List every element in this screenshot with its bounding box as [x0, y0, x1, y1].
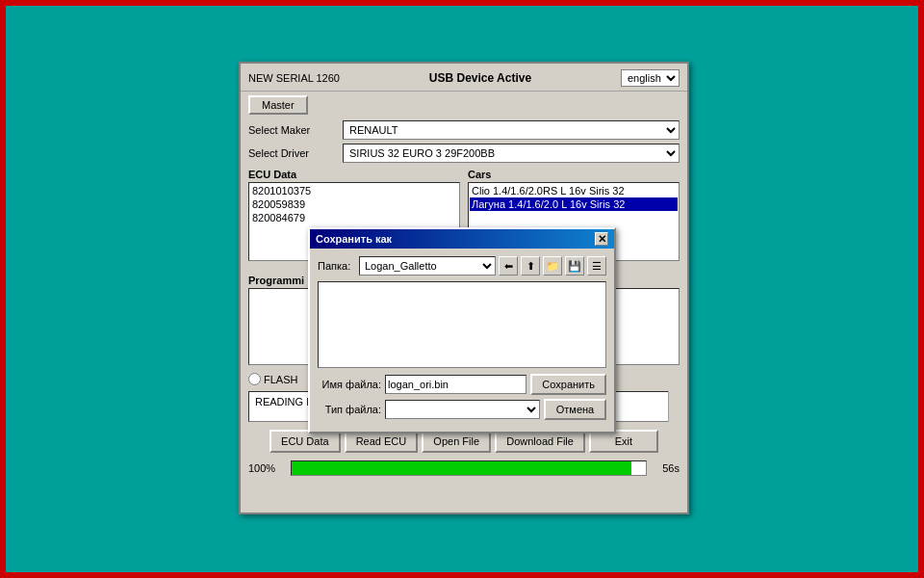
cancel-button[interactable]: Отмена — [544, 399, 606, 420]
master-row: Master — [241, 92, 687, 118]
serial-label: NEW SERIAL 1260 — [248, 72, 340, 84]
select-driver-row: Select Driver SIRIUS 32 EURO 3 29F200BB — [241, 142, 687, 165]
dialog-body: Папка: Logan_Galletto ⬅ ⬆ 📁 💾 ☰ Имя файл… — [310, 249, 614, 432]
main-window: NEW SERIAL 1260 USB Device Active englis… — [239, 62, 689, 514]
folder-select[interactable]: Logan_Galletto — [359, 256, 496, 276]
ecu-data-title: ECU Data — [248, 169, 460, 180]
new-folder-icon[interactable]: 📁 — [543, 256, 562, 276]
list-item[interactable]: Лагуна 1.4/1.6/2.0 L 16v Siris 32 — [470, 197, 678, 211]
dialog-close-button[interactable]: ✕ — [595, 232, 608, 246]
list-item[interactable]: 820084679 — [250, 211, 458, 224]
filetype-row: Тип файла: Отмена — [318, 399, 606, 420]
save-dialog: Сохранить как ✕ Папка: Logan_Galletto ⬅ … — [308, 227, 616, 434]
filetype-select[interactable] — [385, 400, 540, 419]
language-dropdown[interactable]: english — [621, 69, 680, 87]
dialog-title: Сохранить как — [316, 233, 392, 245]
title-bar: NEW SERIAL 1260 USB Device Active englis… — [241, 64, 687, 92]
status-scrollbar[interactable] — [668, 391, 680, 422]
filetype-label: Тип файла: — [318, 404, 381, 415]
save-icon[interactable]: 💾 — [565, 256, 584, 276]
view-menu-icon[interactable]: ☰ — [587, 256, 606, 276]
list-item[interactable]: 820059839 — [250, 197, 458, 211]
select-maker-row: Select Maker RENAULT — [241, 118, 687, 142]
master-button[interactable]: Master — [248, 95, 308, 115]
list-item[interactable]: 8201010375 — [250, 184, 458, 197]
filename-label: Имя файла: — [318, 379, 381, 390]
progress-bar-fill — [292, 461, 631, 475]
filename-row: Имя файла: Сохранить — [318, 374, 606, 395]
usb-status-label: USB Device Active — [429, 71, 531, 85]
progress-percent: 100% — [248, 462, 285, 474]
select-maker-label: Select Maker — [248, 124, 335, 136]
folder-label: Папка: — [318, 260, 356, 272]
progress-time: 56s — [653, 462, 680, 474]
maker-dropdown[interactable]: RENAULT — [343, 120, 680, 140]
cars-title: Cars — [468, 169, 680, 180]
dialog-titlebar: Сохранить как ✕ — [310, 229, 614, 249]
filename-input[interactable] — [385, 375, 526, 394]
progress-row: 100% 56s — [241, 459, 687, 482]
flash-radio[interactable]: FLASH — [248, 373, 297, 385]
dialog-file-area — [318, 281, 606, 368]
save-button[interactable]: Сохранить — [530, 374, 606, 395]
driver-dropdown[interactable]: SIRIUS 32 EURO 3 29F200BB — [343, 144, 680, 163]
language-selector[interactable]: english — [621, 69, 680, 87]
nav-back-icon[interactable]: ⬅ — [499, 256, 518, 276]
nav-up-icon[interactable]: ⬆ — [521, 256, 540, 276]
progress-bar-background — [291, 460, 647, 476]
select-driver-label: Select Driver — [248, 147, 335, 159]
list-item[interactable]: Clio 1.4/1.6/2.0RS L 16v Siris 32 — [470, 184, 678, 197]
dialog-toolbar: Папка: Logan_Galletto ⬅ ⬆ 📁 💾 ☰ — [318, 256, 606, 276]
